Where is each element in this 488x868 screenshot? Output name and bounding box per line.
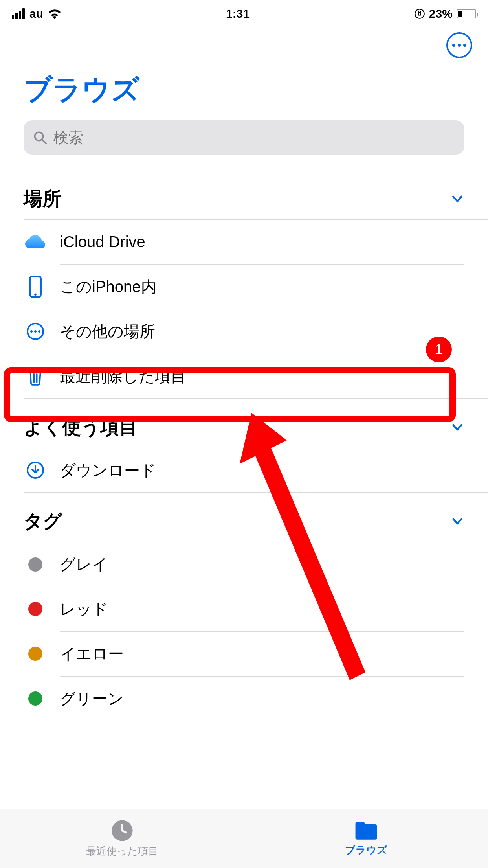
locations-list: iCloud Drive このiPhone内 その他の場所 最近削除した項目: [0, 219, 488, 399]
row-label: グリーン: [60, 688, 124, 710]
favorites-list: ダウンロード: [0, 448, 488, 493]
tag-gray[interactable]: グレイ: [24, 542, 488, 587]
chevron-down-icon: [450, 514, 464, 528]
cloud-icon: [24, 234, 47, 250]
tag-red[interactable]: レッド: [24, 587, 488, 631]
tag-green[interactable]: グリーン: [24, 676, 488, 721]
location-icloud-drive[interactable]: iCloud Drive: [24, 219, 488, 264]
tab-label: 最近使った項目: [86, 844, 158, 858]
wifi-icon: [48, 8, 61, 19]
row-label: その他の場所: [60, 321, 155, 342]
ellipsis-circle-icon: [24, 322, 47, 341]
row-label: レッド: [60, 598, 108, 620]
tab-label: ブラウズ: [345, 843, 387, 857]
svg-point-4: [34, 293, 37, 296]
orientation-lock-icon: [414, 8, 425, 19]
chevron-down-icon: [450, 420, 464, 434]
svg-point-0: [415, 9, 424, 18]
svg-point-8: [38, 330, 40, 333]
row-label: iCloud Drive: [60, 233, 145, 251]
svg-point-6: [30, 330, 33, 333]
section-title: タグ: [24, 509, 62, 534]
location-other[interactable]: その他の場所: [24, 309, 488, 354]
signal-icon: [12, 8, 25, 19]
row-label: イエロー: [60, 643, 124, 665]
carrier-label: au: [29, 7, 43, 20]
battery-icon: [457, 9, 476, 18]
tag-yellow[interactable]: イエロー: [24, 631, 488, 676]
row-label: 最近削除した項目: [60, 366, 186, 387]
battery-percent: 23%: [429, 7, 453, 20]
chevron-down-icon: [450, 192, 464, 206]
more-options-button[interactable]: [446, 32, 472, 58]
section-header-favorites[interactable]: よく使う項目: [0, 399, 488, 448]
trash-icon: [24, 366, 47, 386]
download-icon: [24, 461, 47, 480]
tags-list: グレイ レッド イエロー グリーン: [0, 542, 488, 721]
svg-line-2: [42, 140, 46, 143]
favorite-downloads[interactable]: ダウンロード: [24, 448, 488, 493]
tag-dot-icon: [28, 557, 42, 572]
row-label: このiPhone内: [60, 276, 157, 298]
tab-recents[interactable]: 最近使った項目: [0, 809, 244, 868]
search-field[interactable]: [24, 120, 464, 155]
location-recently-deleted[interactable]: 最近削除した項目: [24, 354, 488, 399]
toolbar: [0, 28, 488, 63]
clock: 1:31: [226, 7, 250, 20]
section-title: よく使う項目: [24, 415, 138, 440]
tag-dot-icon: [28, 691, 42, 706]
section-header-tags[interactable]: タグ: [0, 493, 488, 542]
iphone-icon: [24, 276, 47, 298]
clock-icon: [111, 819, 134, 842]
tab-bar: 最近使った項目 ブラウズ: [0, 809, 488, 868]
svg-point-1: [35, 132, 43, 140]
section-header-locations[interactable]: 場所: [0, 171, 488, 219]
location-on-iphone[interactable]: このiPhone内: [24, 264, 488, 309]
tab-browse[interactable]: ブラウズ: [244, 809, 488, 868]
row-label: ダウンロード: [60, 460, 156, 481]
svg-point-7: [34, 330, 37, 333]
search-icon: [33, 130, 47, 145]
row-label: グレイ: [60, 554, 108, 575]
page-title: ブラウズ: [0, 63, 488, 120]
search-input[interactable]: [53, 129, 455, 146]
folder-icon: [354, 820, 379, 841]
section-title: 場所: [24, 186, 61, 211]
status-bar: au 1:31 23%: [0, 0, 488, 28]
tag-dot-icon: [28, 647, 42, 661]
tag-dot-icon: [28, 602, 42, 616]
